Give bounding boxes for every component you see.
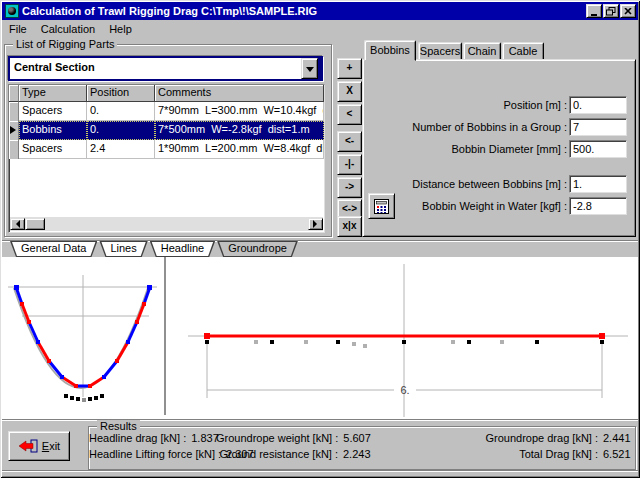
cell-type: Spacers xyxy=(19,102,87,121)
scrollbar-track xyxy=(45,217,308,231)
tab-groundrope[interactable]: Groundrope xyxy=(217,241,298,257)
result-label: Headline Lifting force [kN] : xyxy=(89,448,221,460)
calculator-button[interactable] xyxy=(368,193,395,219)
row-indicator xyxy=(9,121,19,140)
arrow-right-icon xyxy=(313,220,321,228)
bobbin-weight-label: Bobbin Weight in Water [kgf] : xyxy=(367,200,567,213)
app-window: Calculation of Trawl Rigging Drag C:\Tmp… xyxy=(0,0,640,478)
row-indicator xyxy=(9,140,19,159)
cell-type: Bobbins xyxy=(19,121,87,140)
results-group-label: Results xyxy=(97,420,140,432)
menu-help[interactable]: Help xyxy=(102,21,139,37)
result-label: Headline drag [kN] : xyxy=(89,432,186,444)
plot-divider xyxy=(164,257,166,415)
grid-col-comments: Comments xyxy=(155,85,324,102)
bobbin-distance-field[interactable] xyxy=(569,175,627,193)
cell-type: Spacers xyxy=(19,140,87,159)
groundrope-length-label: 6. xyxy=(400,384,409,396)
delete-part-button[interactable]: X xyxy=(337,81,362,102)
table-row[interactable]: Spacers 2.4 1*90mm L=200.mm W=8.4kgf dis… xyxy=(9,140,324,159)
rigging-parts-group-label: List of Rigging Parts xyxy=(13,38,117,50)
headline-drag-result: Headline drag [kN] :1.837 xyxy=(89,432,216,448)
arrow-left-icon xyxy=(12,220,20,228)
cell-comments: 7*500mm W=-2.8kgf dist=1.m xyxy=(155,121,324,140)
chevron-down-icon xyxy=(306,67,314,76)
exit-icon xyxy=(18,439,38,453)
scroll-right-button[interactable] xyxy=(308,218,323,230)
tab-general-data[interactable]: General Data xyxy=(10,241,97,257)
grid-horizontal-scrollbar[interactable] xyxy=(10,217,323,231)
move-left-button[interactable]: < xyxy=(337,104,362,125)
title-bar: Calculation of Trawl Rigging Drag C:\Tmp… xyxy=(2,2,638,20)
exit-button[interactable]: Exit xyxy=(8,431,70,461)
menu-calculation[interactable]: Calculation xyxy=(34,21,102,37)
restore-button[interactable] xyxy=(603,4,619,18)
tab-lines[interactable]: Lines xyxy=(99,241,147,257)
position-label: Position [m] : xyxy=(367,99,567,112)
groundrope-view-area: 6. xyxy=(2,257,638,419)
ground-resistance-result: Ground resistance [kN] :2.243 xyxy=(216,448,373,464)
grid-header: Type Position Comments xyxy=(9,85,324,102)
cell-comments: 7*90mm L=300.mm W=10.4kgf dist=0.75 xyxy=(155,102,324,121)
current-row-icon xyxy=(10,126,20,134)
tab-label: Headline xyxy=(150,241,215,256)
bobbins-count-field[interactable] xyxy=(569,118,627,136)
rigging-parts-grid: Type Position Comments Spacers 0. 7*90mm… xyxy=(8,84,325,233)
result-label: Groundrope drag [kN] : xyxy=(485,432,598,444)
bottom-panel: Exit Results Headline drag [kN] :1.837 G… xyxy=(2,421,638,470)
tab-spacers[interactable]: Spacers xyxy=(418,42,462,60)
groundrope-weight-result: Groundrope weight [kN] :5.607 xyxy=(216,432,373,448)
tab-chain[interactable]: Chain xyxy=(463,42,501,60)
menu-bar: File Calculation Help xyxy=(2,20,638,38)
grid-col-position: Position xyxy=(87,85,155,102)
result-value: 6.521 xyxy=(603,448,633,460)
tab-label: Groundrope xyxy=(217,241,298,256)
cell-position: 0. xyxy=(87,102,155,121)
result-value: 5.607 xyxy=(343,432,373,444)
shift-left-button[interactable]: <- xyxy=(337,131,362,152)
cell-position: 2.4 xyxy=(87,140,155,159)
center-button[interactable]: -|- xyxy=(337,154,362,175)
minimize-button[interactable] xyxy=(586,4,602,18)
tab-headline[interactable]: Headline xyxy=(150,241,215,257)
result-label: Ground resistance [kN] : xyxy=(219,448,338,460)
section-combobox-dropdown-button[interactable] xyxy=(301,58,318,79)
mirror-button[interactable]: x|x xyxy=(337,216,362,237)
section-combobox[interactable]: Central Section xyxy=(8,56,323,81)
menu-file[interactable]: File xyxy=(2,21,34,37)
part-detail-panel: Bobbins Spacers Chain Cable Position [m]… xyxy=(362,40,636,237)
position-field[interactable] xyxy=(569,96,627,114)
results-groupbox: Results Headline drag [kN] :1.837 Ground… xyxy=(88,426,636,470)
bobbins-tab-page: Position [m] : Number of Bobbins in a Gr… xyxy=(362,59,636,237)
result-label: Groundrope weight [kN] : xyxy=(216,432,338,444)
row-indicator xyxy=(9,102,19,121)
groundrope-drag-result: Groundrope drag [kN] :2.441 xyxy=(373,432,633,448)
total-drag-result: Total Drag [kN] :6.521 xyxy=(373,448,633,464)
close-button[interactable] xyxy=(620,4,636,18)
groundrope-plot: 6. xyxy=(168,257,638,419)
shift-right-button[interactable]: -> xyxy=(337,177,362,198)
bobbin-diameter-field[interactable] xyxy=(569,140,627,158)
add-part-button[interactable]: + xyxy=(337,58,362,79)
tab-bobbins[interactable]: Bobbins xyxy=(364,40,416,61)
restore-icon xyxy=(606,7,616,16)
exit-button-label: Exit xyxy=(42,440,60,452)
scroll-left-button[interactable] xyxy=(10,218,25,230)
minimize-icon xyxy=(591,14,597,16)
view-tabset: General Data Lines Headline Groundrope xyxy=(2,240,638,257)
app-icon[interactable] xyxy=(5,4,19,18)
bobbin-weight-field[interactable] xyxy=(569,197,627,215)
window-title: Calculation of Trawl Rigging Drag C:\Tmp… xyxy=(22,5,585,17)
table-row[interactable]: Spacers 0. 7*90mm L=300.mm W=10.4kgf dis… xyxy=(9,102,324,121)
result-label: Total Drag [kN] : xyxy=(519,448,598,460)
tab-label: General Data xyxy=(10,241,97,256)
calculator-icon xyxy=(373,198,390,215)
grid-col-type: Type xyxy=(19,85,87,102)
bobbin-distance-label: Distance between Bobbins [m] : xyxy=(367,178,567,191)
front-view-plot xyxy=(2,257,164,419)
scrollbar-thumb[interactable] xyxy=(25,218,45,230)
table-row-selected[interactable]: Bobbins 0. 7*500mm W=-2.8kgf dist=1.m xyxy=(9,121,324,140)
result-value: 2.441 xyxy=(603,432,633,444)
tab-cable[interactable]: Cable xyxy=(502,42,544,60)
window-bottom-strip xyxy=(2,470,638,476)
